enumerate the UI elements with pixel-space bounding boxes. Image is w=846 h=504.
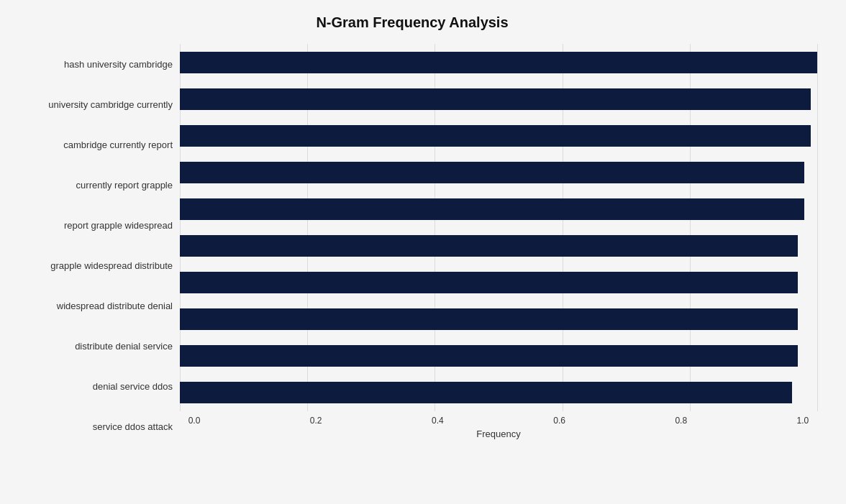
bar — [180, 125, 811, 147]
grid-line — [817, 44, 818, 411]
y-label: report grapple widespread — [64, 211, 173, 239]
bar — [180, 345, 798, 367]
bar-row — [180, 232, 817, 260]
bar-row — [180, 305, 817, 334]
x-tick: 0.6 — [545, 416, 574, 426]
y-label: university cambridge currently — [48, 90, 173, 119]
y-label: hash university cambridge — [64, 50, 173, 78]
x-axis-labels: 0.00.20.40.60.81.0 — [180, 411, 817, 426]
bar — [180, 198, 804, 220]
bar — [180, 272, 798, 293]
y-label: service ddos attack — [93, 413, 173, 441]
x-tick: 1.0 — [788, 416, 817, 426]
bars-section — [180, 44, 817, 411]
bar — [180, 52, 817, 73]
x-axis-title: Frequency — [180, 429, 817, 439]
bar-row — [180, 122, 817, 150]
bar-row — [180, 342, 817, 370]
y-label: denial service ddos — [93, 372, 173, 401]
chart-title: N-Gram Frequency Analysis — [7, 14, 817, 31]
y-label: currently report grapple — [76, 170, 173, 199]
y-label: distribute denial service — [75, 332, 173, 361]
chart-container: N-Gram Frequency Analysis hash universit… — [0, 0, 846, 504]
bar-row — [180, 158, 817, 187]
bar-row — [180, 85, 817, 114]
x-tick: 0.4 — [423, 416, 452, 426]
bar-row — [180, 378, 817, 407]
chart-area: hash university cambridgeuniversity camb… — [7, 44, 817, 447]
bar — [180, 235, 798, 257]
x-tick: 0.0 — [180, 416, 209, 426]
plot-wrapper: 0.00.20.40.60.81.0 Frequency — [180, 44, 817, 447]
bar-row — [180, 195, 817, 224]
bar — [180, 382, 792, 403]
y-label: grapple widespread distribute — [50, 252, 173, 280]
bar-row — [180, 268, 817, 297]
bar — [180, 162, 804, 183]
y-axis: hash university cambridgeuniversity camb… — [7, 44, 180, 447]
x-tick: 0.2 — [301, 416, 330, 426]
x-axis-area: 0.00.20.40.60.81.0 Frequency — [180, 411, 817, 447]
bar-row — [180, 48, 817, 77]
bar — [180, 308, 798, 330]
x-tick: 0.8 — [667, 416, 696, 426]
bars-and-grid — [180, 44, 817, 411]
y-label: cambridge currently report — [63, 130, 173, 159]
bar — [180, 88, 811, 110]
y-label: widespread distribute denial — [57, 292, 173, 321]
